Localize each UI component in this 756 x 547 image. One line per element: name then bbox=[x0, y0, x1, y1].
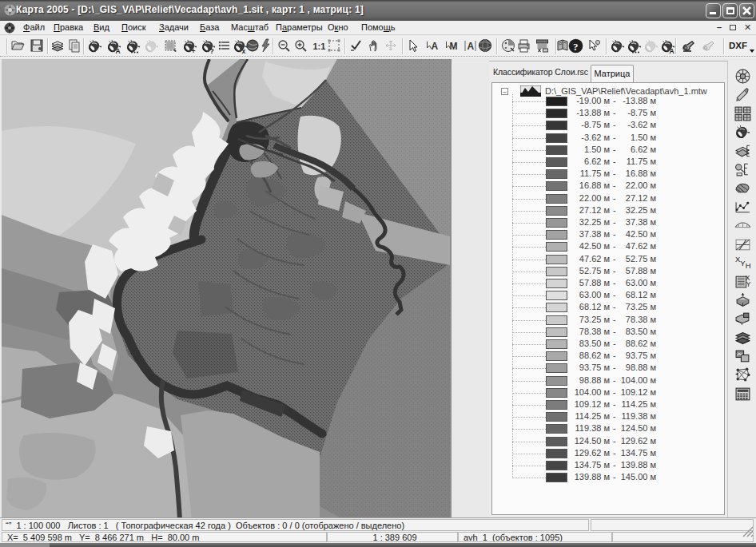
svg-text:DXF: DXF bbox=[729, 41, 747, 50]
svg-text:+: + bbox=[192, 47, 196, 54]
svg-text:M: M bbox=[450, 41, 458, 52]
svg-text:H: H bbox=[746, 261, 751, 270]
svg-text:Y: Y bbox=[746, 280, 751, 288]
svg-text:A: A bbox=[468, 41, 475, 52]
svg-text:1:1: 1:1 bbox=[313, 42, 326, 51]
svg-text:A: A bbox=[670, 47, 674, 54]
svg-text:A: A bbox=[432, 41, 439, 52]
svg-text:A: A bbox=[116, 47, 121, 54]
svg-text:?: ? bbox=[573, 41, 579, 53]
svg-text:?: ? bbox=[210, 47, 214, 54]
